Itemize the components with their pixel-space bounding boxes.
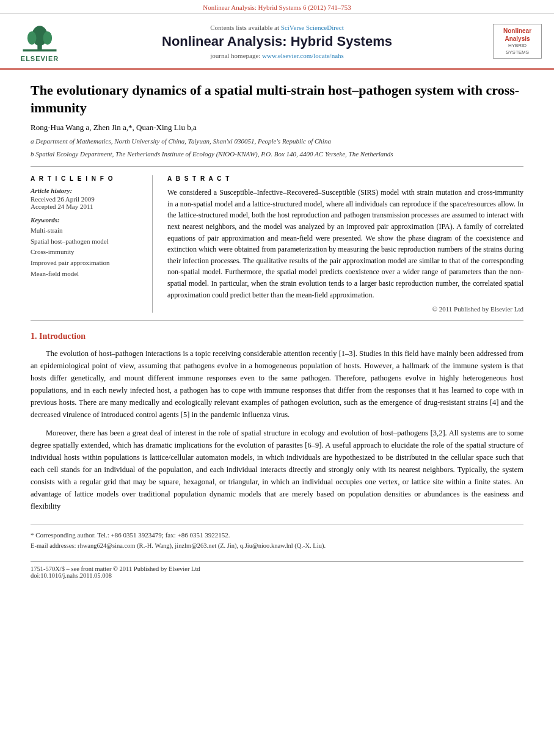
- abstract-label: A B S T R A C T: [167, 175, 523, 182]
- divider-1: [31, 166, 523, 167]
- authors-text: Rong-Hua Wang a, Zhen Jin a,*, Quan-Xing…: [31, 123, 197, 132]
- elsevier-tree-icon: [21, 20, 58, 54]
- introduction-section: 1. Introduction The evolution of host–pa…: [31, 332, 523, 512]
- nonlinear-analysis-logo: Nonlinear Analysis HYBRID SYSTEMS: [493, 24, 542, 59]
- journal-header: ELSEVIER Contents lists available at Sci…: [0, 14, 554, 70]
- sciverse-text: SciVerse ScienceDirect: [281, 24, 344, 31]
- svg-point-2: [27, 31, 37, 45]
- content-area: The evolutionary dynamics of a spatial m…: [0, 70, 554, 591]
- article-title: The evolutionary dynamics of a spatial m…: [31, 82, 523, 117]
- journal-logo-right: Nonlinear Analysis HYBRID SYSTEMS: [487, 24, 542, 59]
- article-history-title: Article history:: [31, 187, 142, 194]
- article-history-section: Article history: Received 26 April 2009 …: [31, 187, 142, 210]
- contents-label: Contents lists available at: [210, 24, 279, 31]
- sciverse-link[interactable]: SciVerse ScienceDirect: [281, 24, 344, 31]
- received-date: Received 26 April 2009: [31, 195, 142, 203]
- keyword-4: Improved pair approximation: [31, 258, 142, 269]
- homepage-label: journal homepage:: [210, 52, 260, 59]
- elsevier-label: ELSEVIER: [21, 55, 59, 62]
- journal-citation: Nonlinear Analysis: Hybrid Systems 6 (20…: [0, 0, 554, 14]
- affiliation-a: a Department of Mathematics, North Unive…: [31, 136, 523, 147]
- svg-point-3: [43, 31, 53, 45]
- article-info-abstract-row: A R T I C L E I N F O Article history: R…: [31, 175, 523, 313]
- contents-available-line: Contents lists available at SciVerse Sci…: [73, 24, 481, 31]
- homepage-url: www.elsevier.com/locate/nahs: [262, 52, 344, 59]
- journal-title: Nonlinear Analysis: Hybrid Systems: [73, 34, 481, 49]
- article-info-label: A R T I C L E I N F O: [31, 175, 142, 182]
- journal-center-info: Contents lists available at SciVerse Sci…: [73, 24, 481, 59]
- svg-rect-4: [23, 49, 57, 52]
- keyword-5: Mean-field model: [31, 269, 142, 280]
- footer-bar: 1751-570X/$ – see front matter © 2011 Pu…: [31, 561, 523, 579]
- homepage-line: journal homepage: www.elsevier.com/locat…: [73, 52, 481, 59]
- intro-heading: 1. Introduction: [31, 332, 523, 341]
- accepted-date: Accepted 24 May 2011: [31, 203, 142, 210]
- intro-para-1: The evolution of host–pathogen interacti…: [31, 347, 523, 421]
- footnote-star: * Corresponding author. Tel.: +86 0351 3…: [31, 530, 523, 541]
- abstract-text: We considered a Susceptible–Infective–Re…: [167, 187, 523, 300]
- footnote-section: * Corresponding author. Tel.: +86 0351 3…: [31, 525, 523, 551]
- keyword-1: Multi-strain: [31, 225, 142, 236]
- keyword-3: Cross-immunity: [31, 247, 142, 258]
- homepage-link[interactable]: www.elsevier.com/locate/nahs: [262, 52, 344, 59]
- footnote-email: E-mail addresses: rhwang624@sina.com (R.…: [31, 541, 523, 551]
- logo-title-line2: Analysis: [497, 35, 538, 43]
- abstract-col: A B S T R A C T We considered a Suscepti…: [167, 175, 523, 313]
- keywords-section: Keywords: Multi-strain Spatial host–path…: [31, 216, 142, 279]
- intro-para-2: Moreover, there has been a great deal of…: [31, 427, 523, 512]
- affiliation-b: b Spatial Ecology Department, The Nether…: [31, 149, 523, 159]
- keywords-title: Keywords:: [31, 216, 142, 224]
- footer-doi: doi:10.1016/j.nahs.2011.05.008: [31, 572, 523, 579]
- article-info-col: A R T I C L E I N F O Article history: R…: [31, 175, 153, 313]
- elsevier-logo-area: ELSEVIER: [12, 20, 67, 62]
- copyright-line: © 2011 Published by Elsevier Ltd: [167, 305, 523, 313]
- logo-subtitle: HYBRID SYSTEMS: [497, 43, 538, 56]
- authors-line: Rong-Hua Wang a, Zhen Jin a,*, Quan-Xing…: [31, 123, 523, 133]
- keyword-2: Spatial host–pathogen model: [31, 236, 142, 247]
- citation-text: Nonlinear Analysis: Hybrid Systems 6 (20…: [203, 4, 351, 11]
- logo-title-line1: Nonlinear: [497, 27, 538, 35]
- divider-2: [31, 320, 523, 321]
- footer-issn: 1751-570X/$ – see front matter © 2011 Pu…: [31, 565, 523, 572]
